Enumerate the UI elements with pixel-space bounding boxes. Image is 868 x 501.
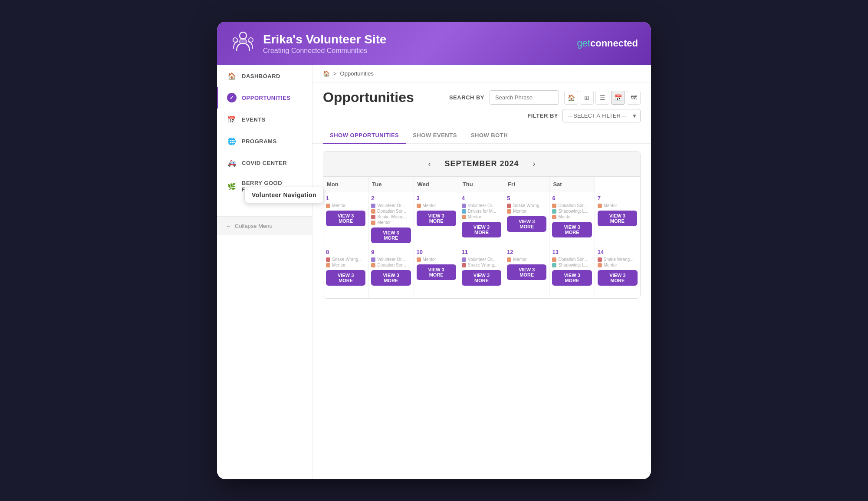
cal-event: Mentor bbox=[417, 257, 456, 262]
event-dot bbox=[371, 257, 375, 262]
view-more-button[interactable]: VIEW 3MORE bbox=[507, 216, 546, 232]
view-more-button[interactable]: VIEW 3MORE bbox=[598, 270, 638, 286]
sidebar-item-opportunities[interactable]: ✓ OPPORTUNITIES bbox=[217, 87, 312, 109]
day-header-thu: Thu bbox=[459, 177, 504, 192]
event-dot bbox=[598, 257, 602, 262]
site-title: Erika's Volunteer Site bbox=[263, 32, 387, 47]
search-input[interactable] bbox=[490, 90, 559, 105]
cal-event: Drivers for M... bbox=[462, 209, 501, 214]
event-dot bbox=[371, 209, 375, 214]
sidebar-item-berry[interactable]: 🌿 BERRY GOOD FARMS Volunteer Navigation bbox=[217, 174, 312, 199]
view-more-button[interactable]: VIEW 3MORE bbox=[552, 270, 592, 286]
cal-event: Volunteer Or... bbox=[371, 203, 411, 208]
cal-event: Volunteer Or... bbox=[462, 257, 501, 262]
site-logo-icon bbox=[230, 30, 256, 56]
calendar-icon: 📅 bbox=[227, 115, 237, 124]
tab-show-both[interactable]: SHOW BOTH bbox=[464, 128, 515, 144]
calendar-day-3: 3 Mentor VIEW 3MORE bbox=[414, 192, 459, 246]
day-number: 1 bbox=[326, 195, 365, 201]
home-icon: 🏠 bbox=[227, 71, 237, 81]
view-more-button[interactable]: VIEW 3MORE bbox=[417, 264, 456, 280]
view-more-button[interactable]: VIEW 3MORE bbox=[462, 270, 501, 286]
calendar-view-button[interactable]: 📅 bbox=[611, 91, 625, 105]
event-dot bbox=[552, 263, 556, 267]
day-number: 10 bbox=[417, 249, 456, 255]
filter-wrapper: -- SELECT A FILTER -- ▼ bbox=[562, 109, 641, 122]
list-view-button[interactable]: ☰ bbox=[595, 91, 609, 105]
sidebar-item-label: OPPORTUNITIES bbox=[242, 95, 291, 101]
cal-event: Snake Wrang... bbox=[326, 257, 365, 262]
device-frame: Erika's Volunteer Site Creating Connecte… bbox=[217, 22, 651, 479]
site-header: Erika's Volunteer Site Creating Connecte… bbox=[217, 22, 651, 65]
cal-event: Shadowing: L... bbox=[552, 263, 592, 267]
event-dot bbox=[598, 263, 602, 267]
cal-event: Snake Wrang... bbox=[507, 203, 546, 208]
day-header-sat: Sat bbox=[549, 177, 595, 192]
special-view-button[interactable]: 🗺 bbox=[627, 91, 641, 105]
event-dot bbox=[462, 257, 466, 262]
cal-event: Volunteer Or... bbox=[462, 203, 501, 208]
view-more-button[interactable]: VIEW 3MORE bbox=[598, 211, 637, 226]
event-dot bbox=[326, 204, 330, 208]
filter-select[interactable]: -- SELECT A FILTER -- bbox=[562, 109, 641, 122]
event-dot bbox=[552, 257, 556, 262]
brand-connected: connected bbox=[590, 38, 638, 49]
leaf-icon: 🌿 bbox=[227, 181, 237, 191]
cal-event: Mentor bbox=[598, 203, 637, 208]
event-dot bbox=[462, 263, 466, 267]
svg-point-2 bbox=[249, 38, 253, 42]
search-area: SEARCH BY 🏠 ⊞ ☰ 📅 🗺 bbox=[449, 90, 641, 105]
breadcrumb-current: Opportunities bbox=[340, 70, 374, 77]
view-more-button[interactable]: VIEW 3MORE bbox=[507, 264, 546, 280]
cal-event: Mentor bbox=[598, 263, 638, 267]
next-month-button[interactable]: › bbox=[529, 158, 539, 170]
calendar-day-1: 1 Mentor VIEW 3MORE bbox=[323, 192, 368, 246]
sidebar-item-programs[interactable]: 🌐 PROGRAMS bbox=[217, 130, 312, 152]
home-breadcrumb-icon[interactable]: 🏠 bbox=[323, 70, 330, 77]
day-header-tue: Tue bbox=[368, 177, 414, 192]
calendar: ‹ SEPTEMBER 2024 › Mon Tue Wed Thu Fri S… bbox=[323, 151, 641, 299]
check-icon: ✓ bbox=[227, 93, 237, 102]
view-more-button[interactable]: VIEW 3MORE bbox=[462, 222, 501, 237]
view-more-button[interactable]: VIEW 3MORE bbox=[326, 270, 365, 286]
day-number: 2 bbox=[371, 195, 411, 201]
view-more-button[interactable]: VIEW 3MORE bbox=[417, 211, 456, 226]
day-number: 6 bbox=[552, 195, 592, 201]
calendar-day-4: 4 Volunteer Or... Drivers for M... Mento… bbox=[459, 192, 504, 246]
view-more-button[interactable]: VIEW 3MORE bbox=[552, 222, 592, 237]
event-dot bbox=[552, 215, 556, 219]
prev-month-button[interactable]: ‹ bbox=[424, 158, 434, 170]
view-more-button[interactable]: VIEW 3MORE bbox=[371, 270, 411, 286]
day-number: 7 bbox=[598, 195, 637, 201]
event-dot bbox=[507, 204, 511, 208]
day-number: 12 bbox=[507, 249, 546, 255]
cal-event: Donation Sor... bbox=[371, 209, 411, 214]
calendar-day-2: 2 Volunteer Or... Donation Sor... Snake … bbox=[368, 192, 414, 246]
sidebar-item-dashboard[interactable]: 🏠 DASHBOARD bbox=[217, 65, 312, 87]
event-dot bbox=[552, 204, 556, 208]
day-number: 13 bbox=[552, 249, 592, 255]
day-number: 11 bbox=[462, 249, 501, 255]
day-header-fri: Fri bbox=[504, 177, 549, 192]
cal-event: Mentor bbox=[552, 214, 592, 219]
tab-show-opportunities[interactable]: SHOW OPPORTUNITIES bbox=[323, 128, 406, 144]
cal-event: Mentor bbox=[462, 214, 501, 219]
view-more-button[interactable]: VIEW 3MORE bbox=[326, 211, 365, 226]
grid-view-button[interactable]: ⊞ bbox=[580, 91, 594, 105]
view-more-button[interactable]: VIEW 3MORE bbox=[371, 227, 411, 243]
sidebar-item-events[interactable]: 📅 EVENTS bbox=[217, 109, 312, 130]
day-header-wed: Wed bbox=[414, 177, 459, 192]
sidebar-item-covid[interactable]: 🚑 COVID CENTER bbox=[217, 152, 312, 174]
brand-get: get bbox=[577, 38, 590, 49]
day-header-mon: Mon bbox=[323, 177, 368, 192]
tab-show-events[interactable]: SHOW EVENTS bbox=[406, 128, 464, 144]
collapse-menu-button[interactable]: ← Collapse Menu bbox=[217, 216, 312, 235]
view-icons: 🏠 ⊞ ☰ 📅 🗺 bbox=[564, 91, 641, 105]
map-view-button[interactable]: 🏠 bbox=[564, 91, 578, 105]
event-dot bbox=[507, 257, 511, 262]
breadcrumb-separator: > bbox=[333, 70, 337, 77]
calendar-day-14: 14 Snake Wrang... Mentor VIEW 3MORE bbox=[595, 246, 640, 298]
cal-event: Mentor bbox=[417, 203, 456, 208]
cal-event: Mentor bbox=[507, 209, 546, 214]
event-dot bbox=[326, 257, 330, 262]
